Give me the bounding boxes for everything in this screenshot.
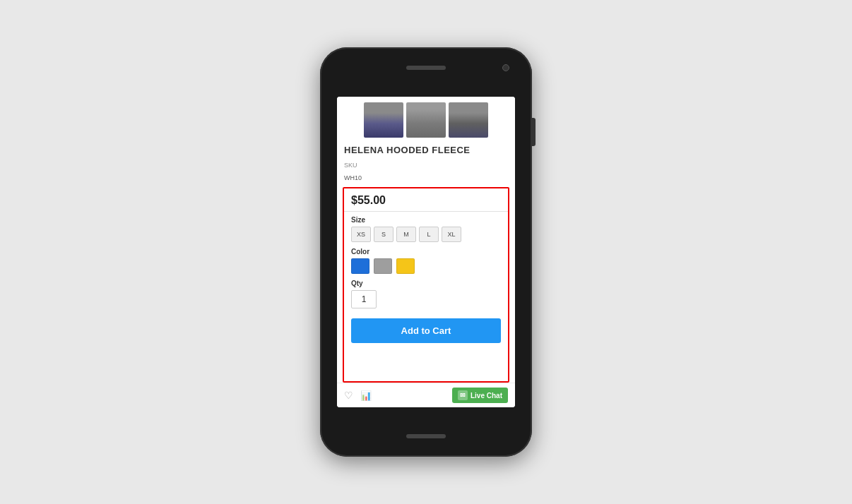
phone-bottom-bar (329, 428, 523, 444)
size-section: Size XS S M L XL (351, 216, 501, 242)
size-s[interactable]: S (374, 227, 394, 242)
product-title-section: HELENA HOODED FLEECE SKU WH10 (337, 140, 515, 184)
phone-camera (502, 64, 509, 71)
size-xl[interactable]: XL (442, 227, 461, 242)
product-thumb-2[interactable] (406, 102, 446, 138)
size-xs[interactable]: XS (351, 227, 371, 242)
price-row: $55.00 (344, 188, 508, 212)
product-images (337, 97, 515, 140)
size-buttons: XS S M L XL (351, 227, 501, 242)
phone-home-button[interactable] (406, 434, 446, 438)
qty-section: Qty (351, 280, 501, 308)
color-yellow[interactable] (396, 258, 415, 274)
qty-label: Qty (351, 280, 501, 287)
color-section: Color (351, 248, 501, 274)
product-title: HELENA HOODED FLEECE (344, 145, 508, 155)
size-l[interactable]: L (419, 227, 439, 242)
screen-content: HELENA HOODED FLEECE SKU WH10 $55.00 Siz… (337, 97, 515, 407)
options-scroll[interactable]: Size XS S M L XL Color (344, 212, 508, 381)
phone-device: HELENA HOODED FLEECE SKU WH10 $55.00 Siz… (320, 47, 532, 457)
phone-speaker (406, 66, 446, 70)
product-price: $55.00 (351, 194, 386, 206)
bottom-bar-screen: ♡ 📊 ✉ Live Chat (337, 383, 515, 407)
product-thumb-1[interactable] (364, 102, 403, 138)
color-blue[interactable] (351, 258, 369, 274)
phone-screen: HELENA HOODED FLEECE SKU WH10 $55.00 Siz… (337, 97, 515, 407)
color-label: Color (351, 248, 501, 256)
bottom-icons: ♡ 📊 (344, 390, 372, 401)
size-label: Size (351, 216, 501, 224)
sku-value: WH10 (344, 174, 362, 181)
heart-icon[interactable]: ♡ (344, 390, 353, 401)
product-thumb-3[interactable] (449, 102, 488, 138)
bar-chart-icon[interactable]: 📊 (360, 390, 372, 401)
product-options-box: $55.00 Size XS S M L XL (343, 187, 509, 383)
size-m[interactable]: M (396, 227, 416, 242)
chat-icon: ✉ (458, 390, 468, 400)
qty-input[interactable] (351, 290, 377, 308)
live-chat-button[interactable]: ✉ Live Chat (452, 388, 508, 403)
live-chat-label: Live Chat (471, 392, 502, 400)
phone-top-bar (329, 60, 523, 76)
sku-label: SKU (344, 162, 357, 169)
add-to-cart-button[interactable]: Add to Cart (351, 318, 501, 343)
color-swatches (351, 258, 501, 274)
color-gray[interactable] (374, 258, 392, 274)
